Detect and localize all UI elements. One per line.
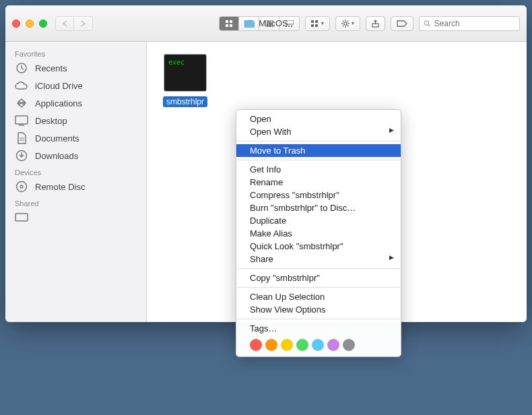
sidebar-item-label: Downloads <box>35 151 78 161</box>
sidebar-header: Shared <box>5 195 146 209</box>
context-item-burn-smbstrhlpr-to-disc[interactable]: Burn "smbstrhlpr" to Disc… <box>236 201 401 214</box>
cloud-icon <box>15 79 28 92</box>
group-by-button[interactable]: ▾ <box>305 16 330 31</box>
context-item-get-info[interactable]: Get Info <box>236 163 401 176</box>
svg-rect-2 <box>226 24 228 27</box>
gear-icon <box>341 20 350 28</box>
screen-icon <box>15 212 28 224</box>
share-button[interactable] <box>366 16 385 31</box>
search-icon <box>424 20 431 28</box>
back-button[interactable] <box>55 16 74 31</box>
tag-dot[interactable] <box>250 339 262 351</box>
svg-line-26 <box>347 20 348 21</box>
svg-point-37 <box>20 185 23 188</box>
context-item-duplicate[interactable]: Duplicate <box>236 214 401 227</box>
sidebar-header: Devices <box>5 164 146 178</box>
tags-button[interactable] <box>391 16 413 31</box>
context-menu[interactable]: OpenOpen WithMove to TrashGet InfoRename… <box>236 109 401 357</box>
context-separator <box>237 287 400 288</box>
context-item-show-view-options[interactable]: Show View Options <box>236 303 401 316</box>
svg-rect-16 <box>311 24 314 27</box>
svg-rect-12 <box>288 26 290 27</box>
svg-rect-14 <box>311 20 314 23</box>
tag-dot[interactable] <box>281 339 293 351</box>
search-input[interactable] <box>434 19 515 28</box>
context-item-quick-look-smbstrhlpr[interactable]: Quick Look "smbstrhlpr" <box>236 240 401 253</box>
sidebar-item-applications[interactable]: Applications <box>5 94 146 112</box>
tag-icon <box>397 20 407 27</box>
svg-point-28 <box>424 21 428 25</box>
tag-row <box>236 335 401 354</box>
sidebar-item-documents[interactable]: Documents <box>5 129 146 147</box>
sidebar-item-label: Applications <box>35 98 82 108</box>
download-icon <box>15 150 28 162</box>
svg-rect-32 <box>19 125 24 126</box>
icon-view-button[interactable] <box>219 16 239 31</box>
sidebar-header: Favorites <box>5 46 146 59</box>
traffic-lights <box>12 20 47 28</box>
action-button[interactable]: ▾ <box>335 16 360 31</box>
svg-line-29 <box>428 24 430 26</box>
sidebar-item-label: Documents <box>35 133 79 143</box>
clock-icon <box>15 62 28 74</box>
svg-rect-3 <box>230 24 232 27</box>
svg-rect-15 <box>315 20 318 23</box>
svg-rect-13 <box>291 26 292 27</box>
zoom-icon[interactable] <box>39 20 47 28</box>
search-field[interactable] <box>419 16 520 31</box>
svg-rect-17 <box>315 24 318 27</box>
svg-line-25 <box>343 25 343 26</box>
nav-buttons <box>55 16 93 31</box>
title-text: MacOS <box>259 18 288 28</box>
sidebar: FavoritesRecentsiCloud DriveApplications… <box>5 42 147 322</box>
svg-point-18 <box>344 22 347 25</box>
svg-line-23 <box>343 20 343 21</box>
file-name[interactable]: smbstrhlpr <box>163 96 207 107</box>
context-item-open-with[interactable]: Open With <box>236 125 401 138</box>
svg-rect-0 <box>226 20 228 23</box>
tag-dot[interactable] <box>327 339 339 351</box>
sidebar-item-label: Recents <box>35 63 67 73</box>
svg-point-36 <box>17 182 27 192</box>
sidebar-item-label: iCloud Drive <box>35 81 83 91</box>
svg-line-24 <box>347 25 348 26</box>
share-icon <box>372 20 379 28</box>
desktop-icon <box>15 115 28 127</box>
context-item-compress-smbstrhlpr[interactable]: Compress "smbstrhlpr" <box>236 189 401 201</box>
context-item-clean-up-selection[interactable]: Clean Up Selection <box>236 290 401 303</box>
doc-icon <box>15 132 28 144</box>
context-item-make-alias[interactable]: Make Alias <box>236 227 401 240</box>
sidebar-item-item[interactable] <box>5 209 146 226</box>
context-item-share[interactable]: Share <box>236 253 401 265</box>
close-icon[interactable] <box>12 20 20 28</box>
file-item[interactable]: exec smbstrhlpr <box>159 54 211 107</box>
context-separator <box>237 141 400 141</box>
context-item-rename[interactable]: Rename <box>236 176 401 189</box>
sidebar-item-recents[interactable]: Recents <box>5 59 146 77</box>
disc-icon <box>15 181 28 193</box>
forward-button[interactable] <box>74 16 93 31</box>
window-title: MacOS <box>244 18 288 28</box>
app-icon <box>15 97 28 109</box>
context-item-open[interactable]: Open <box>236 113 401 125</box>
tag-dot[interactable] <box>296 339 308 351</box>
minimize-icon[interactable] <box>26 20 34 28</box>
context-item-copy-smbstrhlpr[interactable]: Copy "smbstrhlpr" <box>236 272 401 284</box>
tag-dot[interactable] <box>343 339 355 351</box>
sidebar-item-downloads[interactable]: Downloads <box>5 147 146 164</box>
svg-rect-38 <box>15 214 28 221</box>
svg-rect-31 <box>15 116 28 124</box>
folder-icon <box>244 19 255 28</box>
svg-rect-1 <box>230 20 232 23</box>
sidebar-item-desktop[interactable]: Desktop <box>5 112 146 129</box>
tag-dot[interactable] <box>312 339 324 351</box>
tag-dot[interactable] <box>265 339 277 351</box>
context-separator <box>237 268 400 269</box>
exec-icon: exec <box>164 54 207 92</box>
sidebar-item-icloud-drive[interactable]: iCloud Drive <box>5 77 146 94</box>
context-item-move-to-trash[interactable]: Move to Trash <box>236 144 401 157</box>
context-separator <box>237 319 400 319</box>
titlebar: MacOS ▾ ▾ <box>5 5 527 42</box>
sidebar-item-remote-disc[interactable]: Remote Disc <box>5 178 146 195</box>
context-item-tags[interactable]: Tags… <box>236 322 401 335</box>
